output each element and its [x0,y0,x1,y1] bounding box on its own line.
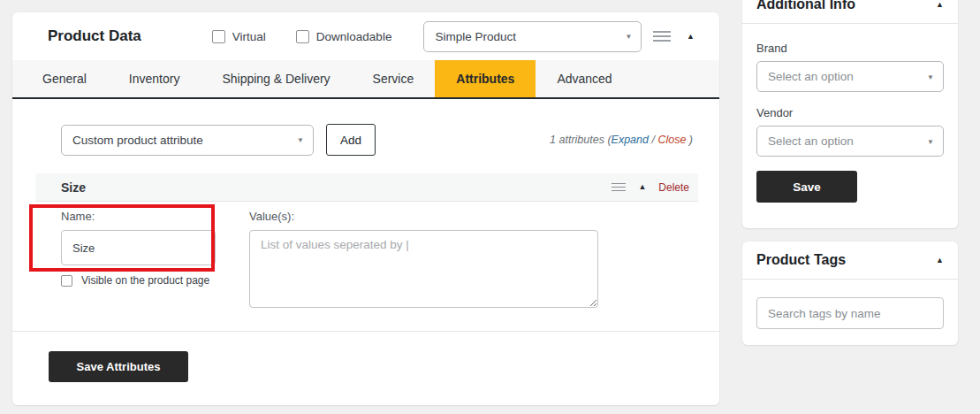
product-data-header: Product Data Virtual Downloadable Simple… [12,12,719,60]
attribute-values-column: Value(s): [249,210,598,311]
product-data-panel: Product Data Virtual Downloadable Simple… [12,12,719,405]
collapse-panel-icon[interactable]: ▲ [936,1,944,9]
dropdown-arrow-icon: ▼ [927,73,934,80]
product-tags-title: Product Tags [756,252,846,268]
additional-info-panel: Additional Info ▲ Brand Select an option… [742,0,958,228]
tab-inventory[interactable]: Inventory [108,60,201,97]
product-tags-header: Product Tags ▲ [742,242,958,280]
save-attributes-button[interactable]: Save Attributes [49,351,188,382]
attributes-summary: 1 attributes (Expand / Close ) [550,134,693,146]
virtual-checkbox[interactable] [212,30,225,43]
search-tags-input[interactable] [756,297,944,329]
attributes-count-text: 1 attributes ( [550,134,611,146]
product-tags-body [742,280,958,343]
vendor-select-value: Select an option [768,134,854,148]
virtual-checkbox-label: Virtual [232,30,266,43]
attribute-group-header[interactable]: Size ▲ Delete [35,173,698,202]
attribute-title: Size [61,180,86,195]
attributes-footer: Save Attributes [12,331,719,382]
additional-info-body: Brand Select an option ▼ Vendor Select a… [742,24,958,217]
additional-info-header: Additional Info ▲ [742,0,958,24]
attributes-tab-content: Custom product attribute ▼ Add 1 attribu… [12,99,719,382]
attribute-type-select-value: Custom product attribute [72,134,203,147]
values-field-label: Value(s): [249,210,598,223]
downloadable-checkbox[interactable] [296,30,309,43]
collapse-attribute-icon[interactable]: ▲ [638,183,646,191]
vendor-select[interactable]: Select an option ▼ [756,126,944,157]
add-attribute-button[interactable]: Add [326,124,376,156]
attribute-type-select[interactable]: Custom product attribute ▼ [61,125,314,156]
tab-general[interactable]: General [21,60,108,97]
dropdown-arrow-icon: ▼ [297,136,304,144]
drag-handle-icon[interactable] [612,180,626,194]
name-field-label: Name: [61,210,236,223]
attribute-group-size: Size ▲ Delete Name: Visible on the produ… [35,173,698,311]
brand-select[interactable]: Select an option ▼ [756,61,944,92]
collapse-panel-icon[interactable]: ▲ [687,33,695,41]
virtual-checkbox-row: Virtual [212,30,266,43]
drag-handle-icon[interactable] [653,28,671,44]
product-data-tabs: General Inventory Shipping & Delivery Se… [12,60,719,99]
visible-checkbox-label: Visible on the product page [81,274,209,287]
downloadable-checkbox-row: Downloadable [296,30,392,43]
tab-advanced[interactable]: Advanced [536,60,633,97]
brand-label: Brand [756,42,944,55]
delete-attribute-link[interactable]: Delete [658,181,689,194]
attribute-name-column: Name: Visible on the product page [61,210,236,311]
additional-info-title: Additional Info [756,0,855,12]
tab-attributes[interactable]: Attributes [435,60,536,97]
page: Product Data Virtual Downloadable Simple… [0,0,980,414]
tab-shipping-delivery[interactable]: Shipping & Delivery [201,60,351,97]
close-all-link[interactable]: Close [657,134,686,146]
dropdown-arrow-icon: ▼ [625,33,632,41]
dropdown-arrow-icon: ▼ [927,137,934,145]
panel-header-icons: ▲ [653,28,695,44]
brand-select-value: Select an option [768,70,854,83]
product-type-select[interactable]: Simple Product ▼ [423,21,642,52]
attribute-name-input[interactable] [61,230,216,265]
attribute-header-icons: ▲ Delete [612,180,689,194]
attribute-toolbar: Custom product attribute ▼ Add 1 attribu… [12,99,719,156]
panel-title: Product Data [48,27,141,45]
attribute-fields: Name: Visible on the product page Value(… [35,202,698,311]
summary-suffix: ) [686,134,693,146]
summary-separator: / [649,134,657,146]
product-type-select-value: Simple Product [435,30,516,43]
collapse-panel-icon[interactable]: ▲ [936,257,944,264]
tab-service[interactable]: Service [352,60,436,97]
product-tags-panel: Product Tags ▲ [742,242,958,345]
expand-all-link[interactable]: Expand [612,134,649,146]
downloadable-checkbox-label: Downloadable [316,30,392,43]
save-additional-info-button[interactable]: Save [756,171,857,203]
attribute-values-textarea[interactable] [249,230,598,308]
visible-on-product-page-checkbox[interactable] [61,275,72,287]
visible-checkbox-row: Visible on the product page [61,274,236,287]
vendor-label: Vendor [756,106,944,119]
